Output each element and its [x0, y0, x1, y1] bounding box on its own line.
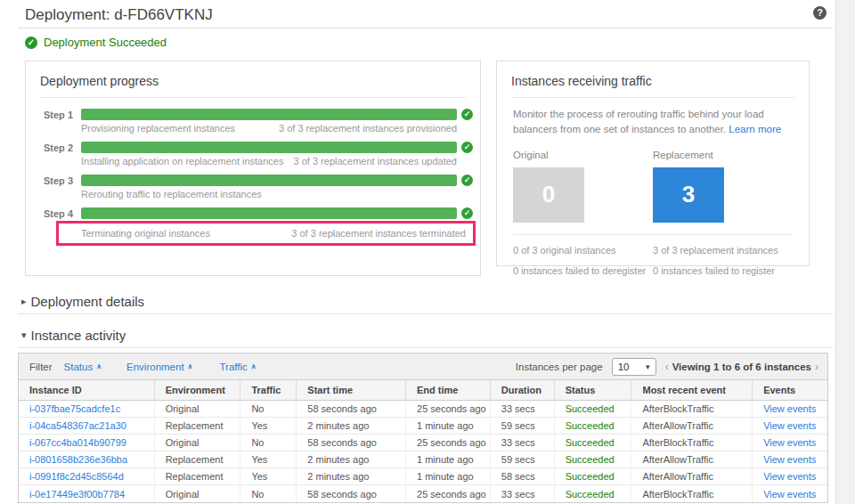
cell-end-time: 25 seconds ago [405, 401, 490, 417]
step-label: Step 2 [40, 142, 81, 153]
cell-traffic: Yes [240, 418, 296, 434]
instances-receiving-traffic-panel: Instances receiving traffic Monitor the … [496, 61, 810, 266]
cell-end-time: 1 minute ago [405, 451, 490, 467]
cell-start-time: 2 minutes ago [296, 418, 405, 434]
col-end-time: End time [405, 380, 490, 400]
page-title: Deployment: d-FD66VTKNJ [25, 6, 213, 24]
table-header-row: Instance ID Environment Traffic Start ti… [19, 380, 827, 401]
cell-recent-event: AfterAllowTraffic [631, 451, 752, 467]
replacement-column: Replacement 3 [653, 150, 793, 223]
view-events-link[interactable]: View events [763, 437, 816, 448]
instance-activity-table: Instance ID Environment Traffic Start ti… [18, 380, 828, 503]
replacement-instances-stat: 3 of 3 replacement instances [653, 245, 793, 256]
table-row: i-067cc4ba014b90799 Original No 58 secon… [19, 435, 827, 451]
instance-id-link[interactable]: i-0991f8c2d45c8564d [29, 471, 124, 482]
page-right-gutter [835, 0, 855, 504]
table-row: i-0801658b236e36bba Replacement Yes 2 mi… [19, 451, 827, 468]
per-page-value: 10 [618, 362, 630, 372]
view-events-link[interactable]: View events [763, 489, 816, 500]
cell-status: Succeeded [554, 401, 631, 417]
cell-start-time: 2 minutes ago [296, 451, 405, 467]
step-progress-bar [81, 109, 457, 120]
instance-id-link[interactable]: i-04ca548367ac21a30 [29, 420, 126, 431]
register-failed-stat: 0 instances failed to register [653, 265, 793, 276]
original-count-box: 0 [513, 167, 584, 223]
instance-id-link[interactable]: i-037fbae75cadcfe1c [29, 403, 120, 414]
cell-start-time: 58 seconds ago [296, 435, 405, 451]
step-check-icon: ✓ [461, 175, 473, 186]
step-name: Terminating original instances [81, 228, 210, 239]
view-events-link[interactable]: View events [763, 471, 816, 482]
cell-status: Succeeded [554, 418, 631, 434]
cell-recent-event: AfterAllowTraffic [631, 468, 752, 484]
traffic-panel-description: Monitor the process of rerouting traffic… [497, 98, 809, 138]
table-row: i-0e17449e3f00b7784 Original No 58 secon… [19, 485, 827, 502]
traffic-count-columns: Original 0 Replacement 3 [497, 138, 809, 223]
instance-id-link[interactable]: i-0801658b236e36bba [29, 454, 127, 465]
success-check-icon: ✓ [25, 37, 37, 49]
cell-environment: Original [154, 485, 240, 502]
progress-panel-title: Deployment progress [26, 61, 480, 97]
cell-recent-event: AfterAllowTraffic [631, 418, 752, 434]
filter-status-label: Status [64, 362, 94, 372]
col-traffic: Traffic [240, 380, 296, 400]
view-events-link[interactable]: View events [763, 420, 816, 431]
cell-duration: 59 secs [490, 418, 554, 434]
deployment-details-toggle[interactable]: ▸ Deployment details [21, 294, 144, 309]
col-most-recent-event: Most recent event [631, 380, 752, 400]
table-row: i-0991f8c2d45c8564d Replacement Yes 2 mi… [19, 468, 827, 485]
filter-traffic-label: Traffic [219, 362, 247, 372]
cell-status: Succeeded [554, 435, 631, 451]
instance-activity-title: Instance activity [31, 328, 126, 343]
cell-environment: Original [154, 401, 240, 417]
view-events-link[interactable]: View events [763, 403, 816, 414]
instance-activity-toggle[interactable]: ▾ Instance activity [21, 328, 126, 343]
deployment-progress-panel: Deployment progress Step 1 ✓ Provisionin… [25, 61, 481, 276]
cell-traffic: No [240, 485, 296, 502]
cell-duration: 33 secs [490, 401, 554, 417]
table-row: i-037fbae75cadcfe1c Original No 58 secon… [19, 401, 827, 418]
cell-traffic: No [240, 401, 296, 417]
step-name: Rerouting traffic to replacement instanc… [81, 189, 262, 199]
cell-duration: 58 secs [490, 468, 554, 484]
cell-status: Succeeded [554, 451, 631, 467]
page-prev-chevron[interactable]: ‹ [665, 361, 669, 373]
per-page-label: Instances per page [516, 362, 603, 372]
step-name: Provisioning replacement instances [81, 123, 235, 134]
filter-traffic[interactable]: Traffic ∧ [219, 362, 256, 372]
cell-traffic: Yes [240, 468, 296, 484]
title-divider [18, 28, 833, 28]
help-icon[interactable]: ? [813, 6, 826, 20]
instance-id-link[interactable]: i-0e17449e3f00b7784 [29, 489, 125, 500]
traffic-panel-title: Instances receiving traffic [497, 61, 809, 97]
cell-start-time: 2 minutes ago [296, 468, 405, 484]
step-progress-bar [81, 175, 457, 186]
replacement-count-box: 3 [653, 167, 724, 223]
deployment-status-text: Deployment Succeeded [44, 36, 167, 49]
cell-start-time: 58 seconds ago [296, 485, 405, 502]
traffic-stats-row-1: 0 of 3 original instances 3 of 3 replace… [497, 235, 809, 256]
col-status: Status [554, 380, 631, 400]
table-row: i-04ca548367ac21a30 Replacement Yes 2 mi… [19, 418, 827, 435]
col-instance-id: Instance ID [19, 380, 154, 400]
instance-id-link[interactable]: i-067cc4ba014b90799 [29, 437, 126, 448]
filter-status[interactable]: Status ∧ [64, 362, 102, 372]
cell-traffic: Yes [240, 451, 296, 467]
caret-up-icon: ∧ [188, 362, 193, 370]
page-next-chevron[interactable]: › [815, 361, 818, 373]
caret-up-icon: ∧ [96, 362, 102, 370]
step-label: Step 3 [40, 175, 81, 186]
filter-environment[interactable]: Environment ∧ [126, 362, 192, 372]
step-4-highlight-box: Terminating original instances 3 of 3 re… [56, 221, 476, 246]
cell-environment: Replacement [154, 468, 240, 484]
traffic-description-text: Monitor the process of rerouting traffic… [513, 109, 764, 134]
cell-recent-event: AfterBlockTraffic [631, 401, 752, 417]
col-start-time: Start time [296, 380, 405, 400]
view-events-link[interactable]: View events [763, 454, 816, 465]
table-filter-bar: Filter Status ∧ Environment ∧ Traffic ∧ … [18, 353, 828, 380]
per-page-dropdown[interactable]: 10 ▾ [612, 358, 656, 376]
cell-status: Succeeded [554, 485, 631, 502]
original-column: Original 0 [513, 150, 653, 223]
learn-more-link[interactable]: Learn more [729, 124, 781, 134]
step-label: Step 1 [40, 110, 81, 120]
